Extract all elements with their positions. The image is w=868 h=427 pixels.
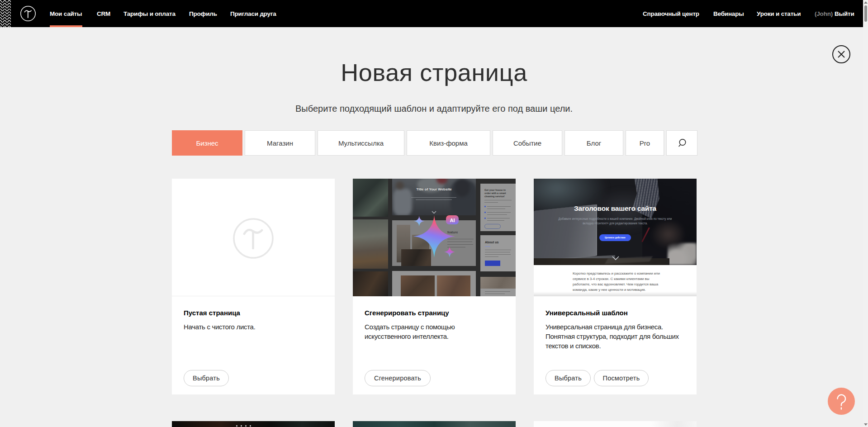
svg-text:AI: AI <box>450 218 455 223</box>
